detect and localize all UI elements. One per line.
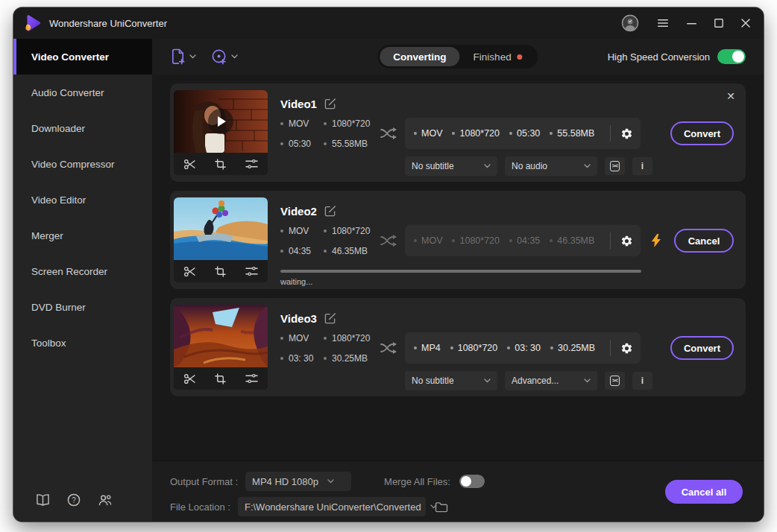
- rename-icon[interactable]: [324, 312, 336, 324]
- effects-icon[interactable]: [245, 373, 258, 384]
- help-icon[interactable]: ?: [67, 493, 81, 507]
- minimize-icon[interactable]: [687, 19, 696, 28]
- sidebar-item-video-converter[interactable]: Video Converter: [13, 39, 152, 75]
- bullet-dot: [452, 132, 455, 135]
- subtitle-select[interactable]: No subtitle: [405, 156, 497, 176]
- audio-select[interactable]: Advanced...: [505, 371, 597, 390]
- source-duration: 05:30: [289, 139, 311, 149]
- bullet-dot: [550, 346, 553, 349]
- cancel-button[interactable]: Cancel: [674, 229, 734, 253]
- crop-icon[interactable]: [215, 266, 226, 277]
- community-icon[interactable]: [98, 493, 112, 507]
- chevron-down-icon: [584, 379, 591, 383]
- output-size: 55.58MB: [557, 128, 594, 139]
- source-size: 46.35MB: [332, 246, 368, 256]
- bullet-dot: [280, 357, 283, 360]
- subtitle-select[interactable]: No subtitle: [405, 371, 497, 390]
- compress-icon[interactable]: ><: [605, 372, 625, 390]
- trim-icon[interactable]: [183, 159, 196, 170]
- output-settings-panel[interactable]: MOV 1080*720 05:30 55.58MB: [405, 118, 641, 149]
- output-settings-panel[interactable]: MOV 1080*720 04:35 46.35MB: [405, 225, 641, 256]
- video-title: Video1: [280, 98, 317, 110]
- bullet-dot: [324, 142, 327, 145]
- file-location-label: File Location :: [170, 501, 230, 513]
- convert-direction-icon: [380, 341, 399, 355]
- sidebar-item-video-editor[interactable]: Video Editor: [13, 182, 152, 218]
- bullet-dot: [280, 229, 283, 232]
- settings-gear-icon[interactable]: [620, 235, 633, 247]
- chevron-down-icon: [584, 164, 591, 168]
- merge-all-files-label: Merge All Files:: [384, 476, 450, 487]
- source-duration: 04:35: [289, 246, 311, 256]
- crop-icon[interactable]: [215, 373, 226, 384]
- source-info: MOV 1080*720 04:35 46.35MB: [280, 226, 374, 256]
- sidebar-item-screen-recorder[interactable]: Screen Recorder: [13, 253, 152, 289]
- convert-button[interactable]: Convert: [670, 121, 734, 145]
- video-thumbnail[interactable]: [174, 197, 268, 260]
- play-icon[interactable]: [208, 109, 233, 134]
- video-thumbnail[interactable]: [174, 90, 268, 153]
- sidebar-item-label: Audio Converter: [31, 87, 104, 98]
- trim-icon[interactable]: [183, 373, 196, 384]
- settings-gear-icon[interactable]: [620, 342, 633, 355]
- trim-icon[interactable]: [183, 266, 196, 277]
- audio-select-value: Advanced...: [512, 376, 559, 386]
- convert-button[interactable]: Convert: [670, 336, 734, 360]
- convert-direction-icon: [380, 233, 399, 248]
- audio-select[interactable]: No audio: [505, 156, 597, 176]
- output-size: 46.35MB: [557, 235, 594, 246]
- sidebar-item-toolbox[interactable]: Toolbox: [13, 325, 152, 361]
- add-dvd-button[interactable]: [211, 48, 238, 65]
- source-size: 55.58MB: [332, 139, 368, 149]
- bullet-dot: [550, 132, 553, 135]
- merge-all-files-toggle[interactable]: [459, 475, 485, 488]
- sidebar-item-downloader[interactable]: Downloader: [13, 110, 152, 146]
- sidebar-item-label: DVD Burner: [31, 302, 86, 313]
- source-resolution: 1080*720: [332, 226, 370, 236]
- output-format-label: Output Format :: [170, 476, 238, 487]
- output-resolution: 1080*720: [459, 235, 500, 246]
- account-avatar-icon[interactable]: [621, 14, 639, 32]
- task-row-video2: Video2 MOV 1080*720 04:35: [170, 191, 746, 289]
- tab-label: Finished: [474, 51, 512, 63]
- info-icon[interactable]: i: [632, 157, 652, 175]
- output-format-select[interactable]: MP4 HD 1080p: [245, 472, 351, 491]
- output-format: MOV: [421, 235, 442, 246]
- add-files-button[interactable]: [170, 48, 196, 65]
- crop-icon[interactable]: [215, 159, 226, 170]
- video-thumbnail[interactable]: [174, 305, 268, 367]
- tab-converting[interactable]: Converting: [380, 47, 459, 66]
- info-icon[interactable]: i: [632, 372, 652, 390]
- open-folder-icon[interactable]: [435, 501, 448, 513]
- output-settings-panel[interactable]: MP4 1080*720 03: 30 30.25MB: [405, 332, 641, 364]
- sidebar-item-label: Video Editor: [31, 194, 86, 206]
- panel-divider: [610, 125, 611, 142]
- effects-icon[interactable]: [245, 266, 258, 276]
- close-window-icon[interactable]: [741, 19, 750, 28]
- subtitle-select-value: No subtitle: [412, 161, 454, 171]
- sidebar-item-video-compressor[interactable]: Video Compressor: [13, 146, 152, 182]
- panel-divider: [610, 340, 611, 356]
- rename-icon[interactable]: [324, 98, 336, 110]
- sidebar: Video Converter Audio Converter Download…: [13, 39, 152, 522]
- output-resolution: 1080*720: [459, 128, 500, 139]
- compress-icon[interactable]: ><: [605, 157, 625, 175]
- maximize-icon[interactable]: [714, 19, 723, 28]
- sidebar-item-dvd-burner[interactable]: DVD Burner: [13, 289, 152, 325]
- settings-gear-icon[interactable]: [620, 127, 633, 140]
- user-guide-icon[interactable]: [36, 493, 50, 507]
- output-duration: 04:35: [517, 235, 540, 246]
- rename-icon[interactable]: [324, 205, 336, 217]
- effects-icon[interactable]: [245, 159, 258, 169]
- sidebar-item-merger[interactable]: Merger: [13, 218, 152, 253]
- high-speed-toggle[interactable]: [717, 49, 746, 64]
- menu-icon[interactable]: [657, 19, 669, 28]
- cancel-all-button[interactable]: Cancel all: [665, 480, 743, 504]
- audio-select-value: No audio: [512, 161, 547, 171]
- file-location-select[interactable]: F:\Wondershare UniConverter\Converted: [238, 497, 426, 516]
- waiting-status: waiting...: [280, 277, 312, 286]
- panel-divider: [610, 232, 611, 249]
- tab-finished[interactable]: Finished: [460, 47, 536, 66]
- sidebar-item-audio-converter[interactable]: Audio Converter: [13, 75, 152, 110]
- bullet-dot: [324, 337, 327, 340]
